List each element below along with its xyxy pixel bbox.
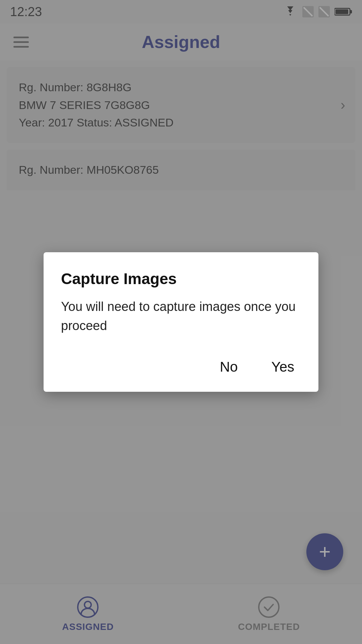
capture-images-dialog: Capture Images You will need to capture … xyxy=(44,252,318,392)
modal-overlay: Capture Images You will need to capture … xyxy=(0,0,362,644)
dialog-title: Capture Images xyxy=(61,270,301,288)
dialog-yes-button[interactable]: Yes xyxy=(264,356,301,378)
dialog-actions: No Yes xyxy=(61,356,301,378)
dialog-message: You will need to capture images once you… xyxy=(61,297,301,335)
dialog-no-button[interactable]: No xyxy=(213,356,245,378)
